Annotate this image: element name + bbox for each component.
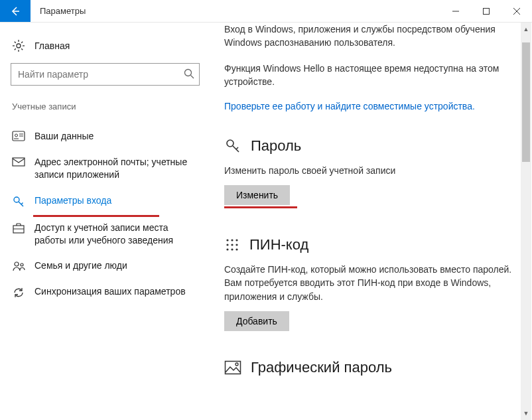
svg-line-11 — [21, 48, 23, 50]
briefcase-icon — [12, 222, 25, 234]
svg-point-42 — [235, 363, 238, 366]
nav-label: Доступ к учетной записи места работы или… — [34, 222, 198, 247]
svg-line-23 — [19, 202, 23, 206]
svg-point-28 — [21, 263, 23, 266]
gear-icon — [12, 39, 25, 52]
minimize-icon — [452, 7, 460, 15]
picture-password-section: Графический пароль — [224, 359, 515, 376]
svg-point-5 — [17, 44, 21, 48]
nav-item-family[interactable]: Семья и другие люди — [11, 253, 200, 279]
hello-description-1: Вход в Windows, приложения и службы поср… — [224, 23, 515, 50]
password-section: Пароль Изменить пароль своей учетной зап… — [224, 137, 515, 208]
pin-title: ПИН-код — [249, 236, 308, 253]
home-button[interactable]: Главная — [11, 35, 200, 63]
svg-point-37 — [235, 244, 237, 245]
maximize-button[interactable] — [471, 0, 501, 23]
main-panel: Вход в Windows, приложения и службы поср… — [211, 23, 532, 420]
svg-point-34 — [235, 239, 237, 241]
pin-section: ПИН-код Создайте ПИН-код, который можно … — [224, 236, 515, 331]
scrollbar-thumb[interactable] — [522, 42, 530, 162]
scroll-down-arrow[interactable]: ▼ — [521, 408, 531, 419]
svg-line-10 — [15, 42, 16, 43]
svg-line-12 — [15, 48, 16, 50]
titlebar: Параметры — [0, 0, 532, 23]
keypad-icon — [224, 237, 240, 253]
svg-rect-2 — [484, 8, 490, 14]
svg-rect-21 — [13, 158, 25, 166]
nav-label: Ваши данные — [34, 130, 198, 143]
svg-point-33 — [231, 239, 233, 241]
sidebar: Главная Учетные записи — [0, 23, 211, 420]
svg-point-29 — [227, 140, 233, 147]
window-controls — [440, 0, 532, 22]
svg-point-39 — [231, 248, 233, 250]
nav-label: Адрес электронной почты; учетные записи … — [34, 156, 198, 181]
svg-point-27 — [15, 262, 19, 266]
password-description: Изменить пароль своей учетной записи — [224, 164, 515, 177]
hello-link[interactable]: Проверьте ее работу и найдите совместимы… — [224, 100, 515, 113]
nav-label: Параметры входа — [34, 194, 198, 207]
image-icon — [224, 360, 241, 375]
annotation-underline — [33, 215, 159, 217]
window-title: Параметры — [31, 0, 440, 22]
close-icon — [513, 7, 521, 15]
svg-point-40 — [235, 248, 237, 250]
add-pin-button[interactable]: Добавить — [224, 311, 289, 331]
search-input[interactable] — [11, 63, 200, 86]
content-area: Главная Учетные записи — [0, 23, 532, 420]
picture-password-title: Графический пароль — [251, 359, 392, 376]
sync-icon — [12, 286, 25, 299]
scrollbar[interactable]: ▲ ▼ — [521, 23, 531, 420]
people-icon — [12, 260, 25, 272]
mail-icon — [12, 157, 25, 167]
close-button[interactable] — [501, 0, 532, 23]
nav-item-sync[interactable]: Синхронизация ваших параметров — [11, 279, 200, 306]
password-title: Пароль — [251, 137, 301, 155]
nav-item-signin-options[interactable]: Параметры входа — [11, 188, 200, 215]
home-label: Главная — [34, 40, 70, 51]
svg-point-36 — [231, 244, 233, 245]
nav-item-your-info[interactable]: Ваши данные — [11, 123, 200, 149]
change-password-button[interactable]: Изменить — [224, 185, 290, 205]
scroll-up-arrow[interactable]: ▲ — [521, 24, 531, 35]
hello-description-2: Функция Windows Hello в настоящее время … — [224, 62, 515, 89]
svg-point-38 — [226, 248, 228, 250]
svg-point-22 — [14, 197, 19, 202]
maximize-icon — [482, 7, 490, 15]
pin-description: Создайте ПИН-код, который можно использо… — [224, 263, 515, 303]
svg-point-32 — [226, 239, 228, 241]
key-icon — [224, 137, 241, 155]
back-button[interactable] — [0, 0, 31, 22]
nav-label: Синхронизация ваших параметров — [34, 285, 198, 298]
key-icon — [12, 195, 25, 208]
svg-line-24 — [21, 202, 23, 204]
svg-line-31 — [236, 147, 238, 149]
search-box — [11, 63, 200, 86]
nav-item-work-access[interactable]: Доступ к учетной записи места работы или… — [11, 215, 200, 253]
id-card-icon — [12, 131, 25, 141]
svg-point-35 — [226, 244, 228, 245]
nav-label: Семья и другие люди — [34, 259, 198, 272]
arrow-left-icon — [9, 5, 22, 18]
category-label: Учетные записи — [11, 102, 200, 111]
svg-line-13 — [21, 42, 23, 43]
minimize-button[interactable] — [440, 0, 471, 23]
svg-point-17 — [15, 134, 18, 137]
nav-item-email-accounts[interactable]: Адрес электронной почты; учетные записи … — [11, 149, 200, 188]
annotation-underline — [224, 206, 297, 208]
